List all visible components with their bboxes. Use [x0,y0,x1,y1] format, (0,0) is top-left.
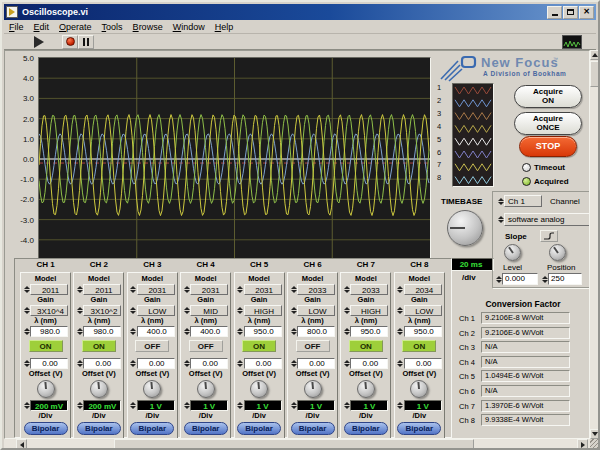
increment-decrement[interactable] [290,358,297,369]
power-toggle[interactable]: ON [349,340,383,352]
increment-decrement[interactable] [397,305,404,316]
increment-decrement[interactable] [290,400,297,411]
menu-operate[interactable]: Operate [54,22,97,32]
increment-decrement[interactable] [397,284,404,295]
increment-decrement[interactable] [183,326,190,337]
offset-input[interactable]: 0.00 [137,358,175,369]
horizontal-scrollbar[interactable] [4,439,590,450]
trigger-source-spinner[interactable] [497,213,504,226]
increment-decrement[interactable] [343,358,350,369]
power-toggle[interactable]: OFF [296,340,330,352]
trigger-source-select[interactable]: software analog [504,213,590,226]
offset-knob[interactable] [143,380,161,398]
power-toggle[interactable]: OFF [189,340,223,352]
offset-input[interactable]: 0.00 [30,358,68,369]
increment-decrement[interactable] [23,400,30,411]
increment-decrement[interactable] [23,358,30,369]
increment-decrement[interactable] [76,305,83,316]
volts-per-div-display[interactable]: 1 V [297,400,335,411]
offset-input[interactable]: 0.00 [297,358,335,369]
gain-select[interactable]: LOW [137,305,175,316]
increment-decrement[interactable] [237,284,244,295]
volts-per-div-display[interactable]: 200 mV [30,400,68,411]
horizontal-scroll-thumb[interactable] [114,439,474,450]
timebase-value[interactable]: 20 ms [448,258,494,271]
lambda-input[interactable]: 950.0 [244,326,282,337]
run-button-icon[interactable] [34,36,44,48]
position-input[interactable]: 250 [548,273,582,285]
scroll-right-button[interactable] [577,439,588,450]
gain-select[interactable]: HIGH [350,305,388,316]
increment-decrement[interactable] [23,284,30,295]
acquire-once-button[interactable]: Acquire ONCE [514,112,582,135]
offset-input[interactable]: 0.00 [244,358,282,369]
bipolar-button[interactable]: Bipolar [184,422,228,435]
increment-decrement[interactable] [183,358,190,369]
gain-select[interactable]: HIGH [244,305,282,316]
increment-decrement[interactable] [183,284,190,295]
power-toggle[interactable]: ON [82,340,116,352]
vertical-scroll-thumb[interactable] [590,61,600,87]
abort-button[interactable] [62,35,78,49]
menu-edit[interactable]: Edit [29,22,55,32]
increment-decrement[interactable] [290,326,297,337]
level-input[interactable]: 0.000 [502,273,538,285]
increment-decrement[interactable] [397,358,404,369]
offset-input[interactable]: 0.00 [83,358,121,369]
increment-decrement[interactable] [237,326,244,337]
gain-select[interactable]: 3X10^4 [30,305,68,316]
increment-decrement[interactable] [183,305,190,316]
level-knob[interactable] [504,244,521,261]
acquire-on-button[interactable]: Acquire ON [514,85,582,108]
stop-button[interactable]: STOP [519,136,577,157]
increment-decrement[interactable] [290,284,297,295]
offset-input[interactable]: 0.00 [190,358,228,369]
increment-decrement[interactable] [343,305,350,316]
increment-decrement[interactable] [343,400,350,411]
model-select[interactable]: 2033 [350,284,388,295]
lambda-input[interactable]: 950.0 [404,326,442,337]
bipolar-button[interactable]: Bipolar [130,422,174,435]
increment-decrement[interactable] [23,305,30,316]
bipolar-button[interactable]: Bipolar [397,422,441,435]
model-select[interactable]: 2031 [244,284,282,295]
increment-decrement[interactable] [290,305,297,316]
lambda-input[interactable]: 980.0 [83,326,121,337]
volts-per-div-display[interactable]: 1 V [404,400,442,411]
increment-decrement[interactable] [343,284,350,295]
offset-input[interactable]: 0.00 [350,358,388,369]
scroll-up-button[interactable] [590,50,600,60]
model-select[interactable]: 2031 [137,284,175,295]
increment-decrement[interactable] [130,358,137,369]
offset-knob[interactable] [90,380,108,398]
slope-button[interactable] [540,230,558,242]
volts-per-div-display[interactable]: 1 V [244,400,282,411]
increment-decrement[interactable] [76,326,83,337]
gain-select[interactable]: MID [190,305,228,316]
power-toggle[interactable]: ON [402,340,436,352]
vertical-scrollbar[interactable] [590,50,600,439]
increment-decrement[interactable] [23,326,30,337]
offset-knob[interactable] [357,380,375,398]
offset-input[interactable]: 0.00 [404,358,442,369]
increment-decrement[interactable] [130,305,137,316]
power-toggle[interactable]: ON [242,340,276,352]
bipolar-button[interactable]: Bipolar [24,422,68,435]
offset-knob[interactable] [304,380,322,398]
model-select[interactable]: 2033 [297,284,335,295]
scroll-left-button[interactable] [16,439,27,450]
gain-select[interactable]: LOW [297,305,335,316]
increment-decrement[interactable] [397,326,404,337]
lambda-input[interactable]: 400.0 [137,326,175,337]
bipolar-button[interactable]: Bipolar [291,422,335,435]
timebase-knob[interactable] [447,210,483,246]
volts-per-div-display[interactable]: 1 V [350,400,388,411]
model-select[interactable]: 2034 [404,284,442,295]
model-select[interactable]: 2011 [83,284,121,295]
offset-knob[interactable] [250,380,268,398]
lambda-input[interactable]: 800.0 [297,326,335,337]
volts-per-div-display[interactable]: 1 V [137,400,175,411]
level-spinner[interactable] [495,273,502,285]
bipolar-button[interactable]: Bipolar [237,422,281,435]
offset-knob[interactable] [197,380,215,398]
